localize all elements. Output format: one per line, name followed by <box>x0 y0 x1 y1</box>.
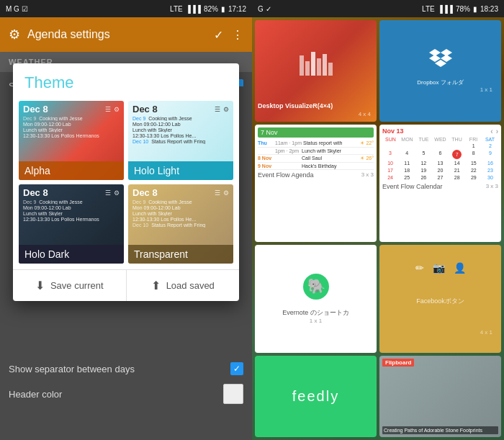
status-right-info: LTE ▐▐▐ 78% ▮ 18:23 <box>422 5 498 13</box>
separator-label: Show separator between days <box>9 364 135 374</box>
theme-card-transparent[interactable]: Dec 8 ☰ ⚙ Dec 9 Cooking with Jesse Mon 0… <box>128 184 233 264</box>
save-icon: ⬇ <box>35 279 45 292</box>
facebook-size: 4 x 1 <box>385 329 495 336</box>
theme-card-alpha-content: Dec 8 ☰ ⚙ Dec 9 Cooking with Jesse Mon 0… <box>19 101 124 157</box>
cal-day[interactable]: 15 <box>466 160 482 166</box>
cal-day[interactable]: 25 <box>399 174 415 181</box>
cal-day[interactable]: 3 <box>382 150 398 159</box>
cal-day[interactable]: 9 <box>482 150 498 159</box>
widget-evernote[interactable]: 🐘 Evernote のショートカ 1 x 1 <box>255 245 377 353</box>
check-icon[interactable]: ✓ <box>214 28 223 42</box>
holo-light-header-icons: ☰ ⚙ <box>215 106 229 113</box>
right-panel: G ✓ LTE ▐▐▐ 78% ▮ 18:23 <box>252 0 504 440</box>
theme-card-transparent-content: Dec 8 ☰ ⚙ Dec 9 Cooking with Jesse Mon 0… <box>128 184 233 241</box>
right-clock: 18:23 <box>480 5 498 13</box>
cal-day[interactable]: 4 <box>399 150 415 159</box>
holo-dark-gear-icon: ⚙ <box>114 189 120 197</box>
cal-day[interactable] <box>432 143 448 149</box>
calendar-prev-icon[interactable]: ‹ <box>490 127 492 135</box>
load-icon: ⬆ <box>151 279 161 292</box>
top-action-icons: ✓ ⋮ <box>214 28 243 42</box>
cal-day[interactable]: 24 <box>382 174 398 181</box>
fb-person-icon[interactable]: 👤 <box>454 262 466 274</box>
holo-event-3: Lunch with Skyler <box>132 127 229 133</box>
widget-desktop-visualizer[interactable]: Desktop VisualizeR(4×4) 4 x 4 <box>255 20 377 122</box>
cal-day[interactable]: 27 <box>432 174 448 181</box>
dropbox-title: Dropbox フォルダ <box>417 78 463 86</box>
notification-icons: M G ☑ <box>6 5 28 13</box>
flipboard-logo: Flipboard <box>382 359 414 367</box>
cal-wed: WED <box>432 137 449 142</box>
status-bar-left: M G ☑ LTE ▐▐▐ 82% ▮ 17:12 <box>0 0 252 17</box>
cal-day[interactable] <box>449 143 465 149</box>
evernote-title: Evernote のショートカ <box>282 308 349 318</box>
header-color-label: Header color <box>9 389 62 400</box>
cal-sat: SAT <box>482 137 498 142</box>
calendar-header: Nov 13 ‹ › <box>382 127 498 135</box>
cal-day[interactable]: 22 <box>466 167 482 174</box>
cal-day[interactable]: 8 <box>466 150 482 159</box>
widget-feedly[interactable]: feedly <box>255 356 377 438</box>
theme-card-holo-dark[interactable]: Dec 8 ☰ ⚙ Dec 9 Cooking with Jesse Mon 0… <box>19 184 124 264</box>
battery-indicator: 82% <box>204 5 218 13</box>
more-icon[interactable]: ⋮ <box>232 28 243 42</box>
right-signal-bars: ▐▐▐ <box>438 5 453 13</box>
widget-event-flow-calendar[interactable]: Nov 13 ‹ › SUN MON TUE WED THU FRI SAT <box>379 125 501 243</box>
widget-event-flow-agenda[interactable]: 7 Nov Thu 11am · 1pm Status report with … <box>255 125 377 243</box>
fb-camera-icon[interactable]: 📷 <box>433 262 445 274</box>
fb-edit-icon[interactable]: ✏ <box>415 262 424 274</box>
widget-facebook[interactable]: ✏ 📷 👤 Facebookボタン 4 x 1 <box>379 245 501 353</box>
theme-card-alpha[interactable]: Dec 8 ☰ ⚙ Dec 9 Cooking with Jesse Mon 0… <box>19 101 124 180</box>
cal-day-today[interactable]: 7 <box>452 150 462 159</box>
svg-marker-8 <box>429 55 441 62</box>
save-current-button[interactable]: ⬇ Save current <box>13 270 127 301</box>
cal-day[interactable] <box>382 143 398 149</box>
flipboard-bg: Flipboard Creating Paths of Adorable Sto… <box>379 356 501 438</box>
holo-light-list-icon: ☰ <box>215 106 220 113</box>
holo-dark-date: Dec 8 <box>23 187 48 198</box>
cal-day[interactable]: 10 <box>382 160 398 166</box>
cal-day[interactable]: 28 <box>449 174 465 181</box>
cal-day[interactable]: 2 <box>482 143 498 149</box>
svg-rect-4 <box>323 54 327 76</box>
cal-day[interactable]: 20 <box>432 167 448 174</box>
visualizer-icon <box>298 48 334 77</box>
cal-day[interactable]: 19 <box>415 167 431 174</box>
cal-day[interactable]: 18 <box>399 167 415 174</box>
separator-checkbox[interactable]: ✓ <box>230 362 243 375</box>
header-color-row[interactable]: Header color <box>0 377 252 411</box>
cal-day[interactable]: 14 <box>449 160 465 166</box>
cal-day[interactable] <box>415 143 431 149</box>
cal-day[interactable]: 26 <box>415 174 431 181</box>
cal-day[interactable]: 17 <box>382 167 398 174</box>
cal-day[interactable]: 1 <box>466 143 482 149</box>
cal-day[interactable] <box>399 143 415 149</box>
calendar-nav: ‹ › <box>490 127 498 135</box>
cal-day[interactable]: 23 <box>482 167 498 174</box>
transparent-gear-icon: ⚙ <box>223 189 229 197</box>
cal-day[interactable]: 12 <box>415 160 431 166</box>
cal-day[interactable]: 6 <box>432 150 448 159</box>
theme-card-holo-light[interactable]: Dec 8 ☰ ⚙ Dec 9 Cooking with Jesse Mon 0… <box>128 101 233 180</box>
calendar-next-icon[interactable]: › <box>496 127 498 135</box>
cal-day[interactable]: 29 <box>466 174 482 181</box>
theme-modal-title: Theme <box>13 63 239 98</box>
agenda-date-header: 7 Nov <box>261 129 278 136</box>
widget-dropbox[interactable]: Dropbox フォルダ 1 x 1 <box>379 20 501 122</box>
calendar-month: Nov 13 <box>382 127 404 135</box>
cal-day[interactable]: 30 <box>482 174 498 181</box>
cal-day[interactable]: 13 <box>432 160 448 166</box>
alpha-event-4: 12:30-13:30 Los Pollos Hermanos <box>23 133 120 138</box>
cal-day[interactable]: 5 <box>415 150 431 159</box>
widget-flipboard[interactable]: Flipboard Creating Paths of Adorable Sto… <box>379 356 501 438</box>
holo-event-4: 12:30-13:30 Los Pollos He... <box>132 133 229 138</box>
calendar-days-header: SUN MON TUE WED THU FRI SAT <box>382 137 498 142</box>
cal-day[interactable]: 16 <box>482 160 498 166</box>
transparent-event-5: Dec 10 Status Report with Fring <box>132 223 229 228</box>
cal-day[interactable]: 21 <box>449 167 465 174</box>
clock: 17:12 <box>228 5 246 13</box>
load-saved-button[interactable]: ⬆ Load saved <box>127 270 240 301</box>
header-color-picker[interactable] <box>223 384 243 404</box>
transparent-label: Transparent <box>128 245 233 264</box>
cal-day[interactable]: 11 <box>399 160 415 166</box>
